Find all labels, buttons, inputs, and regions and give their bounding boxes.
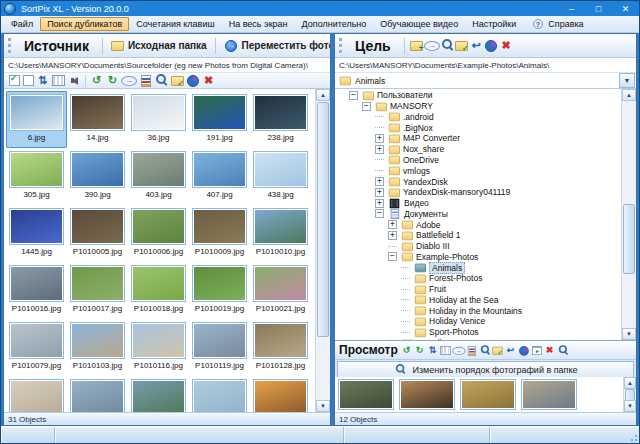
pie-chart-icon[interactable]	[185, 74, 200, 87]
scroll-up-arrow[interactable]: ▲	[622, 89, 636, 101]
preview-scrollbar[interactable]: ▲ ▼	[623, 377, 636, 412]
thumbnail-P1010103.jpg[interactable]: P1010103.jpg	[67, 319, 128, 376]
scrollbar-thumb[interactable]	[623, 204, 635, 274]
columns-icon[interactable]	[51, 74, 66, 87]
folder-plus-icon[interactable]	[410, 39, 424, 52]
redo-icon[interactable]: ↻	[105, 74, 120, 87]
magnifier-icon[interactable]	[440, 39, 455, 52]
tree-item-Diablo III[interactable]: Diablo III	[335, 241, 622, 252]
toolbar-grip[interactable]	[8, 38, 11, 53]
reorder-photos-button[interactable]: Изменить порядок фотографий в папке	[337, 361, 634, 378]
thumbnail-image[interactable]	[6, 376, 67, 412]
tree-item-Log Files[interactable]: Log Files	[335, 338, 622, 340]
tree-item-MANSORY[interactable]: −MANSORY	[335, 101, 622, 112]
close-button[interactable]: ✕	[612, 1, 639, 16]
scroll-down-arrow[interactable]: ▼	[624, 400, 636, 412]
thumbnail-438.jpg[interactable]: 438.jpg	[250, 148, 311, 205]
undo-icon[interactable]: ↺	[401, 345, 412, 356]
columns-icon[interactable]	[440, 345, 451, 356]
thumbnail-P1010009.jpg[interactable]: P1010009.jpg	[189, 205, 250, 262]
tree-item-OneDrive[interactable]: OneDrive	[335, 155, 622, 166]
tree-item-vmlogs[interactable]: vmlogs	[335, 165, 622, 176]
thumbnail-238.jpg[interactable]: 238.jpg	[250, 91, 311, 148]
thumbnail-1445.jpg[interactable]: 1445.jpg	[6, 205, 67, 262]
tree-item-.BigNox[interactable]: .BigNox	[335, 122, 622, 133]
thumbnail-P1010019.jpg[interactable]: P1010019.jpg	[189, 262, 250, 319]
preview-thumbnail[interactable]	[399, 379, 455, 410]
thumbnail-P1010017.jpg[interactable]: P1010017.jpg	[67, 262, 128, 319]
thumbnail-P1010010.jpg[interactable]: P1010010.jpg	[250, 205, 311, 262]
menu-item-Справка[interactable]: Справка	[523, 16, 590, 33]
thumbnail-P1010079.jpg[interactable]: P1010079.jpg	[6, 319, 67, 376]
sort-arrows-icon[interactable]: ⇅	[35, 74, 50, 87]
thumbnail-P1010119.jpg[interactable]: P1010119.jpg	[189, 319, 250, 376]
tree-item-Forest-Photos[interactable]: Forest-Photos	[335, 273, 622, 284]
thumbnail-P1010021.jpg[interactable]: P1010021.jpg	[250, 262, 311, 319]
speaker-icon[interactable]	[67, 74, 82, 87]
magnifier-icon[interactable]	[479, 345, 490, 356]
undo-icon[interactable]: ↺	[89, 74, 104, 87]
collapse-icon[interactable]: −	[375, 209, 384, 218]
menu-item-Настройки[interactable]: Настройки	[465, 17, 523, 31]
preview-thumbnail[interactable]	[460, 379, 516, 410]
reorder-icon[interactable]	[557, 345, 568, 356]
collapse-icon[interactable]: −	[349, 91, 358, 100]
delete-red-icon[interactable]: ✖	[544, 345, 555, 356]
tree-item-Animals[interactable]: Animals	[335, 262, 622, 273]
tree-item-Example-Photos[interactable]: −Example-Photos	[335, 251, 622, 262]
thumbnail-image[interactable]	[128, 376, 189, 412]
pie-chart-icon[interactable]	[518, 345, 529, 356]
folder-check-icon[interactable]	[170, 74, 184, 87]
tree-item-Sport-Photos[interactable]: Sport-Photos	[335, 327, 622, 338]
thumbnail-390.jpg[interactable]: 390.jpg	[67, 148, 128, 205]
tree-item-YandexDisk[interactable]: +YandexDisk	[335, 176, 622, 187]
tree-item-Holiday at the Sea[interactable]: Holiday at the Sea	[335, 295, 622, 306]
tree-item-Nox_share[interactable]: +Nox_share	[335, 144, 622, 155]
redo-icon[interactable]: ↻	[414, 345, 425, 356]
tree-item-Fruit[interactable]: Fruit	[335, 284, 622, 295]
scroll-up-arrow[interactable]: ▲	[624, 377, 636, 389]
thumbnail-image[interactable]	[67, 376, 128, 412]
thumbnail-P1010016.jpg[interactable]: P1010016.jpg	[6, 262, 67, 319]
arrow-right-oval-icon[interactable]	[424, 39, 440, 52]
tree-item-Пользователи[interactable]: −Пользователи	[335, 90, 622, 101]
maximize-button[interactable]: □	[585, 1, 612, 16]
thumbnail-P1010005.jpg[interactable]: P1010005.jpg	[67, 205, 128, 262]
preview-thumbnail[interactable]	[521, 379, 577, 410]
tree-item-Документы[interactable]: −Документы	[335, 208, 622, 219]
document-icon[interactable]	[466, 345, 477, 356]
tree-scrollbar[interactable]: ▲ ▼	[621, 89, 636, 340]
toolbar-grip[interactable]	[339, 38, 342, 53]
thumbnail-P1010128.jpg[interactable]: P1010128.jpg	[250, 319, 311, 376]
delete-red-icon[interactable]: ✖	[201, 74, 216, 87]
checkbox-checked-icon[interactable]	[7, 74, 20, 87]
menu-item-Сочетания клавиш[interactable]: Сочетания клавиш	[129, 17, 221, 31]
magnifier-icon[interactable]	[154, 74, 169, 87]
document-icon[interactable]	[138, 74, 153, 87]
expand-icon[interactable]: +	[388, 231, 397, 240]
thumbnail-305.jpg[interactable]: 305.jpg	[6, 148, 67, 205]
scroll-up-arrow[interactable]: ▲	[316, 89, 330, 101]
expand-icon[interactable]: +	[375, 145, 384, 154]
menu-item-На весь экран[interactable]: На весь экран	[222, 17, 295, 31]
thumbnail-407.jpg[interactable]: 407.jpg	[189, 148, 250, 205]
arrow-right-oval-icon[interactable]	[453, 345, 464, 356]
folder-check-icon[interactable]	[455, 39, 469, 52]
expand-icon[interactable]: +	[375, 177, 384, 186]
thumbnail-14.jpg[interactable]: 14.jpg	[67, 91, 128, 148]
pie-chart-icon[interactable]	[484, 39, 499, 52]
arrow-return-icon[interactable]: ↩	[469, 39, 484, 52]
thumbnail-403.jpg[interactable]: 403.jpg	[128, 148, 189, 205]
sort-arrows-icon[interactable]: ⇅	[427, 345, 438, 356]
expand-icon[interactable]: +	[375, 199, 384, 208]
source-folder-button[interactable]: Исходная папка	[108, 39, 210, 52]
menu-item-Дополнительно[interactable]: Дополнительно	[295, 17, 374, 31]
thumbnail-36.jpg[interactable]: 36.jpg	[128, 91, 189, 148]
thumbnail-image[interactable]	[250, 376, 311, 412]
target-folder-select[interactable]: Animals ▼	[335, 73, 636, 89]
collapse-icon[interactable]: −	[362, 102, 371, 111]
tree-item-Holiday Venice[interactable]: Holiday Venice	[335, 316, 622, 327]
scroll-down-arrow[interactable]: ▼	[622, 328, 636, 340]
collapse-icon[interactable]: −	[388, 252, 397, 261]
arrow-return-icon[interactable]: ↩	[505, 345, 516, 356]
